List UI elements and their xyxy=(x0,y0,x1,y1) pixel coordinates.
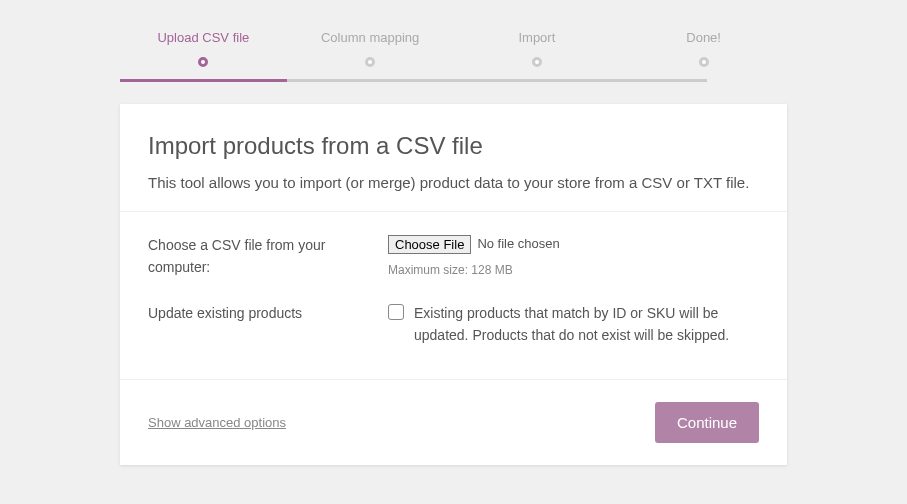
stepper-track-active xyxy=(120,79,287,82)
panel-header: Import products from a CSV file This too… xyxy=(120,104,787,212)
show-advanced-link[interactable]: Show advanced options xyxy=(148,415,286,430)
update-row-label: Update existing products xyxy=(148,302,388,324)
page-title: Import products from a CSV file xyxy=(148,132,759,160)
step-label: Column mapping xyxy=(287,30,454,59)
progress-stepper: Upload CSV file Column mapping Import Do… xyxy=(120,30,787,79)
file-row-label: Choose a CSV file from your computer: xyxy=(148,234,388,279)
update-description: Existing products that match by ID or SK… xyxy=(414,302,759,347)
page-description: This tool allows you to import (or merge… xyxy=(148,174,759,191)
file-row: Choose a CSV file from your computer: Ch… xyxy=(148,234,759,280)
file-row-content: Choose File No file chosen Maximum size:… xyxy=(388,234,759,280)
update-existing-checkbox[interactable] xyxy=(388,304,404,320)
panel-footer: Show advanced options Continue xyxy=(120,380,787,465)
file-size-hint: Maximum size: 128 MB xyxy=(388,261,759,280)
step-upload[interactable]: Upload CSV file xyxy=(120,30,287,59)
update-row-content: Existing products that match by ID or SK… xyxy=(388,302,759,347)
step-column-mapping: Column mapping xyxy=(287,30,454,59)
file-status: No file chosen xyxy=(477,234,559,255)
step-dot-icon xyxy=(699,57,709,67)
update-row: Update existing products Existing produc… xyxy=(148,302,759,347)
step-dot-icon xyxy=(365,57,375,67)
step-dot-icon xyxy=(532,57,542,67)
step-done: Done! xyxy=(620,30,787,59)
continue-button[interactable]: Continue xyxy=(655,402,759,443)
panel-body: Choose a CSV file from your computer: Ch… xyxy=(120,212,787,380)
choose-file-button[interactable]: Choose File xyxy=(388,235,471,254)
step-dot-icon xyxy=(198,57,208,67)
step-import: Import xyxy=(454,30,621,59)
step-label: Done! xyxy=(620,30,787,59)
step-label: Upload CSV file xyxy=(120,30,287,59)
import-panel: Import products from a CSV file This too… xyxy=(120,104,787,465)
step-label: Import xyxy=(454,30,621,59)
